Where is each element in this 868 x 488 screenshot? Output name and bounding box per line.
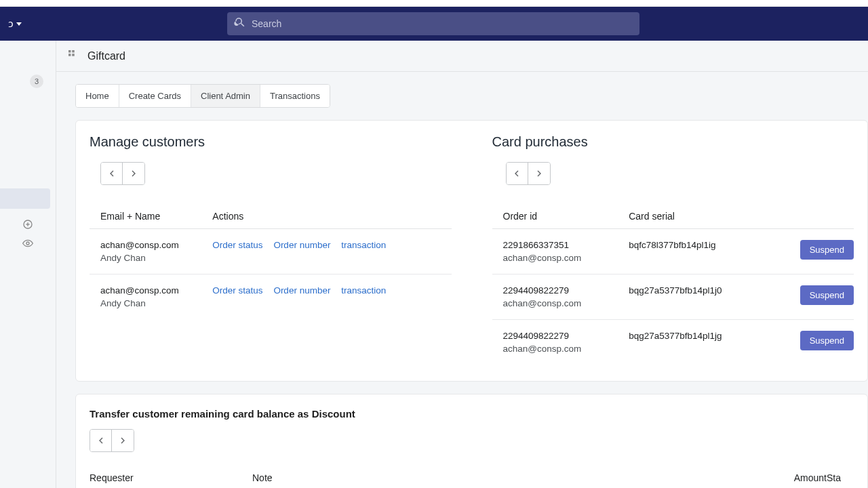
customers-pager: [100, 162, 145, 185]
manage-customers-section: Manage customers: [90, 134, 452, 365]
purchases-pager: [506, 162, 551, 185]
table-row: 2294409822279 achan@consp.com bqg27a5377…: [492, 274, 854, 320]
table-row: 2291866337351 achan@consp.com bqfc78l377…: [492, 229, 854, 274]
customers-next-button[interactable]: [123, 163, 144, 184]
svg-rect-7: [72, 54, 75, 56]
transfer-table: Requester Note Amount Sta: [90, 466, 854, 488]
purchases-prev-button[interactable]: [507, 163, 528, 184]
col-status: Sta: [827, 466, 854, 488]
main-panel: Manage customers: [75, 120, 868, 382]
chevron-down-icon: [16, 22, 22, 26]
order-id: 2294409822279: [503, 285, 629, 296]
customer-name: Andy Chan: [100, 298, 212, 308]
org-dropdown[interactable]: ɔ: [8, 18, 22, 29]
order-status-link[interactable]: Order status: [212, 285, 262, 296]
table-row: achan@consp.com Andy Chan Order status O…: [90, 274, 452, 320]
svg-point-3: [26, 242, 29, 245]
transfer-prev-button[interactable]: [90, 430, 112, 451]
tab-create-cards[interactable]: Create Cards: [119, 85, 191, 107]
left-nav-rail: 3: [0, 41, 56, 488]
transfer-next-button[interactable]: [112, 430, 134, 451]
suspend-button[interactable]: Suspend: [800, 331, 854, 350]
app-grid-icon: [68, 50, 78, 62]
search-icon: [234, 16, 246, 31]
col-order-id: Order id: [492, 204, 629, 229]
svg-rect-4: [68, 50, 71, 53]
purchases-table: Order id Card serial 2291866337351 achan…: [492, 204, 854, 365]
tab-client-admin[interactable]: Client Admin: [191, 85, 260, 107]
global-search[interactable]: [227, 12, 639, 35]
purchase-email: achan@consp.com: [503, 253, 629, 263]
table-row: 2294409822279 achan@consp.com bqg27a5377…: [492, 320, 854, 365]
transfer-panel: Transfer customer remaining card balance…: [75, 394, 868, 488]
page-title-bar: Giftcard: [56, 41, 868, 72]
add-icon[interactable]: [22, 218, 34, 230]
order-id: 2294409822279: [503, 331, 629, 341]
col-requester: Requester: [90, 466, 252, 488]
order-number-link[interactable]: Order number: [273, 240, 330, 250]
table-row: achan@consp.com Andy Chan Order status O…: [90, 229, 452, 274]
tab-transactions[interactable]: Transactions: [260, 85, 330, 107]
order-status-link[interactable]: Order status: [212, 240, 262, 250]
order-number-link[interactable]: Order number: [273, 285, 330, 296]
transaction-link[interactable]: transaction: [341, 240, 386, 250]
purchase-email: achan@consp.com: [503, 298, 629, 308]
svg-rect-5: [72, 50, 75, 53]
customer-email: achan@consp.com: [100, 240, 212, 250]
customer-name: Andy Chan: [100, 253, 212, 263]
manage-customers-title: Manage customers: [90, 134, 452, 150]
suspend-button[interactable]: Suspend: [800, 285, 854, 305]
col-amount: Amount: [759, 466, 827, 488]
app-header: ɔ: [0, 7, 868, 41]
order-id: 2291866337351: [503, 240, 629, 250]
nav-selected-indicator: [0, 188, 50, 209]
nav-badge-count[interactable]: 3: [30, 75, 43, 88]
purchases-next-button[interactable]: [528, 163, 550, 184]
suspend-button[interactable]: Suspend: [800, 240, 854, 260]
tab-bar: Home Create Cards Client Admin Transacti…: [75, 84, 330, 108]
col-email-name: Email + Name: [90, 204, 212, 229]
card-serial: bqg27a5377bfb14pl1jg: [629, 320, 771, 365]
transfer-title: Transfer customer remaining card balance…: [90, 408, 854, 420]
col-card-serial: Card serial: [629, 204, 771, 229]
customers-prev-button[interactable]: [101, 163, 123, 184]
page-title: Giftcard: [87, 50, 125, 62]
card-purchases-title: Card purchases: [492, 134, 854, 150]
svg-rect-6: [68, 54, 71, 56]
tab-home[interactable]: Home: [76, 85, 119, 107]
dropdown-trail-char: ɔ: [8, 18, 14, 29]
transfer-pager: [90, 429, 134, 452]
purchase-email: achan@consp.com: [503, 344, 629, 354]
customer-email: achan@consp.com: [100, 285, 212, 296]
card-serial: bqfc78l377bfb14pl1ig: [629, 229, 771, 274]
card-serial: bqg27a5377bfb14pl1j0: [629, 274, 771, 320]
transaction-link[interactable]: transaction: [341, 285, 386, 296]
col-actions: Actions: [212, 204, 451, 229]
customers-table: Email + Name Actions achan@consp.com And…: [90, 204, 452, 319]
browser-top-stripe: [0, 0, 868, 7]
eye-icon[interactable]: [22, 237, 34, 249]
card-purchases-section: Card purchases: [492, 134, 854, 365]
search-input[interactable]: [252, 18, 633, 29]
col-note: Note: [252, 466, 759, 488]
